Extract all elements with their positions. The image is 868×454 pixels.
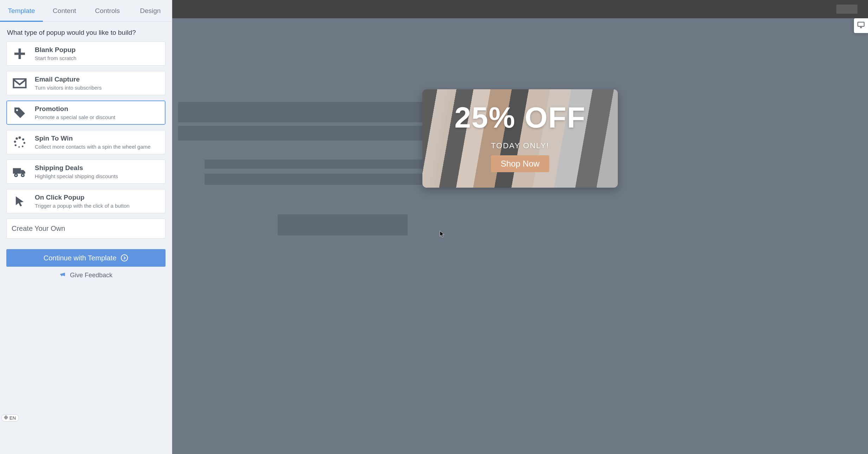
envelope-icon (12, 76, 27, 91)
globe-icon (4, 415, 8, 421)
svg-point-9 (15, 174, 17, 176)
option-desc: Promote a special sale or discount (35, 114, 115, 120)
popup-preview: 25% OFF TODAY ONLY! Shop Now (422, 89, 618, 188)
give-feedback-link[interactable]: Give Feedback (6, 271, 166, 283)
option-desc: Highlight special shipping discounts (35, 173, 118, 179)
option-title: Blank Popup (35, 46, 76, 54)
svg-point-1 (19, 136, 21, 139)
tab-controls[interactable]: Controls (86, 0, 129, 21)
svg-point-7 (14, 141, 16, 143)
svg-point-6 (15, 144, 17, 146)
mouse-cursor-icon (439, 230, 446, 238)
truck-icon (12, 164, 27, 179)
continue-label: Continue with Template (44, 254, 117, 262)
svg-rect-13 (858, 22, 864, 26)
option-on-click-popup[interactable]: On Click Popup Trigger a popup with the … (6, 189, 166, 213)
option-spin-to-win[interactable]: Spin To Win Collect more contacts with a… (6, 130, 166, 154)
option-desc: Collect more contacts with a spin the wh… (35, 144, 150, 150)
editor-sidebar: Template Content Controls Design What ty… (0, 0, 172, 454)
svg-point-11 (121, 255, 128, 261)
create-your-own[interactable]: Create Your Own (6, 219, 166, 239)
tag-icon (12, 105, 27, 120)
tab-template[interactable]: Template (0, 0, 43, 21)
placeholder-block (278, 214, 408, 235)
megaphone-icon (59, 271, 66, 280)
svg-point-5 (18, 146, 20, 148)
spinner-icon (12, 135, 27, 150)
option-promotion[interactable]: Promotion Promote a special sale or disc… (6, 100, 166, 125)
svg-point-4 (22, 145, 24, 147)
option-desc: Turn visitors into subscribers (35, 85, 102, 91)
svg-point-2 (22, 138, 24, 140)
template-panel: What type of popup would you like to bui… (0, 22, 172, 283)
language-selector[interactable]: EN (1, 414, 19, 422)
option-title: Shipping Deals (35, 164, 118, 172)
desktop-icon (857, 21, 865, 31)
continue-with-template-button[interactable]: Continue with Template (6, 249, 166, 267)
popup-subline: TODAY ONLY! (491, 141, 549, 150)
top-bar-placeholder (836, 5, 857, 14)
option-desc: Start from scratch (35, 55, 76, 61)
preview-top-bar (172, 0, 868, 18)
plus-icon (12, 46, 27, 61)
svg-point-0 (16, 109, 18, 111)
tab-content[interactable]: Content (43, 0, 86, 21)
option-title: Email Capture (35, 76, 102, 83)
popup-type-options: Blank Popup Start from scratch Email Cap… (6, 41, 166, 239)
svg-point-10 (21, 174, 24, 176)
option-title: Spin To Win (35, 135, 150, 142)
svg-point-8 (16, 137, 18, 140)
arrow-right-circle-icon (121, 254, 128, 262)
tab-bar: Template Content Controls Design (0, 0, 172, 22)
panel-prompt: What type of popup would you like to bui… (7, 29, 165, 37)
option-title: Promotion (35, 105, 115, 113)
preview-canvas: 25% OFF TODAY ONLY! Shop Now (172, 0, 868, 454)
svg-point-3 (24, 142, 25, 144)
device-desktop-toggle[interactable] (854, 18, 868, 33)
popup-cta-button[interactable]: Shop Now (491, 155, 550, 172)
option-desc: Trigger a popup with the click of a butt… (35, 203, 130, 209)
language-label: EN (9, 415, 16, 421)
tab-design[interactable]: Design (129, 0, 172, 21)
cursor-icon (12, 194, 27, 209)
option-email-capture[interactable]: Email Capture Turn visitors into subscri… (6, 71, 166, 95)
option-blank-popup[interactable]: Blank Popup Start from scratch (6, 41, 166, 66)
option-shipping-deals[interactable]: Shipping Deals Highlight special shippin… (6, 160, 166, 184)
option-title: On Click Popup (35, 194, 130, 201)
feedback-label: Give Feedback (70, 272, 112, 279)
popup-headline: 25% OFF (454, 103, 585, 132)
